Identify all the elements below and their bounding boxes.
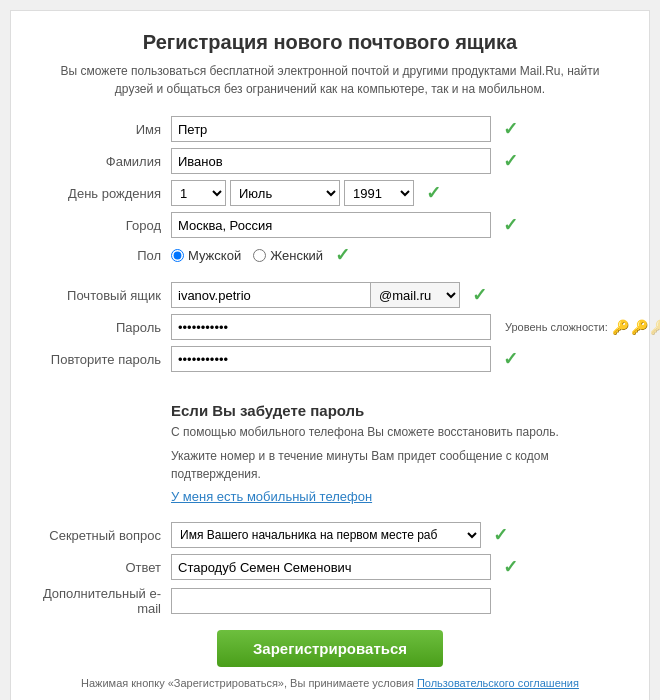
confirm-checkmark: ✓	[503, 348, 518, 370]
recovery-title: Если Вы забудете пароль	[171, 388, 619, 423]
key-icon-3: 🔑	[650, 319, 660, 335]
dob-label: День рождения	[41, 186, 171, 201]
dob-month-select[interactable]: ЯнварьФевральМартАпрель МайИюньИюльАвгус…	[230, 180, 340, 206]
surname-row: Фамилия ✓	[41, 148, 619, 174]
footer-text: Нажимая кнопку «Зарегистрироваться», Вы …	[41, 677, 619, 689]
register-section: Зарегистрироваться Нажимая кнопку «Зарег…	[41, 630, 619, 689]
password-row: Пароль Уровень сложности: 🔑 🔑 🔑	[41, 314, 619, 340]
dob-checkmark: ✓	[426, 182, 441, 204]
email-label: Почтовый ящик	[41, 288, 171, 303]
secret-checkmark: ✓	[493, 524, 508, 546]
dob-row: День рождения 12345 678910 ЯнварьФевраль…	[41, 180, 619, 206]
answer-row: Ответ ✓	[41, 554, 619, 580]
surname-input[interactable]	[171, 148, 491, 174]
city-input[interactable]	[171, 212, 491, 238]
name-label: Имя	[41, 122, 171, 137]
email-control: @mail.ru @inbox.ru @list.ru @bk.ru ✓	[171, 282, 619, 308]
key-icon-2: 🔑	[631, 319, 648, 335]
answer-checkmark: ✓	[503, 556, 518, 578]
dob-control: 12345 678910 ЯнварьФевральМартАпрель Май…	[171, 180, 619, 206]
footer-text-content: Нажимая кнопку «Зарегистрироваться», Вы …	[81, 677, 417, 689]
email-checkmark: ✓	[472, 284, 487, 306]
email-input[interactable]	[171, 282, 371, 308]
complexity-icons: 🔑 🔑 🔑	[612, 319, 660, 335]
gender-female-radio[interactable]	[253, 249, 266, 262]
extra-email-input[interactable]	[171, 588, 491, 614]
answer-control: ✓	[171, 554, 619, 580]
dob-day-select[interactable]: 12345 678910	[171, 180, 226, 206]
dob-year-select[interactable]: 1991199019891992	[344, 180, 414, 206]
gender-female-text: Женский	[270, 248, 323, 263]
confirm-input[interactable]	[171, 346, 491, 372]
surname-control: ✓	[171, 148, 619, 174]
email-row: Почтовый ящик @mail.ru @inbox.ru @list.r…	[41, 282, 619, 308]
gender-male-label[interactable]: Мужской	[171, 248, 241, 263]
spacer3	[41, 504, 619, 514]
secret-control: Имя Вашего начальника на первом месте ра…	[171, 522, 619, 548]
recovery-desc1: С помощью мобильного телефона Вы сможете…	[171, 423, 619, 447]
gender-checkmark: ✓	[335, 244, 350, 266]
confirm-control: ✓	[171, 346, 619, 372]
page-title: Регистрация нового почтового ящика	[41, 31, 619, 54]
recovery-section: Если Вы забудете пароль С помощью мобиль…	[41, 388, 619, 504]
answer-input[interactable]	[171, 554, 491, 580]
gender-radio-group: Мужской Женский	[171, 248, 323, 263]
password-label: Пароль	[41, 320, 171, 335]
gender-row: Пол Мужской Женский ✓	[41, 244, 619, 266]
secret-select[interactable]: Имя Вашего начальника на первом месте ра…	[171, 522, 481, 548]
page-subtitle: Вы сможете пользоваться бесплатной элект…	[41, 62, 619, 98]
extra-email-row: Дополнительный e-mail	[41, 586, 619, 616]
register-button[interactable]: Зарегистрироваться	[217, 630, 443, 667]
confirm-label: Повторите пароль	[41, 352, 171, 367]
spacer2	[41, 378, 619, 388]
gender-label: Пол	[41, 248, 171, 263]
dob-selects: 12345 678910 ЯнварьФевральМартАпрель Май…	[171, 180, 414, 206]
surname-label: Фамилия	[41, 154, 171, 169]
password-control: Уровень сложности: 🔑 🔑 🔑	[171, 314, 660, 340]
key-icon-1: 🔑	[612, 319, 629, 335]
name-row: Имя ✓	[41, 116, 619, 142]
city-control: ✓	[171, 212, 619, 238]
email-input-group: @mail.ru @inbox.ru @list.ru @bk.ru	[171, 282, 460, 308]
page-container: Регистрация нового почтового ящика Вы см…	[10, 10, 650, 700]
gender-male-text: Мужской	[188, 248, 241, 263]
domain-select[interactable]: @mail.ru @inbox.ru @list.ru @bk.ru	[371, 282, 460, 308]
confirm-row: Повторите пароль ✓	[41, 346, 619, 372]
complexity-indicator: Уровень сложности: 🔑 🔑 🔑	[505, 319, 660, 335]
surname-checkmark: ✓	[503, 150, 518, 172]
name-input[interactable]	[171, 116, 491, 142]
secret-row: Секретный вопрос Имя Вашего начальника н…	[41, 522, 619, 548]
recovery-desc2: Укажите номер и в течение минуты Вам при…	[171, 447, 619, 489]
name-control: ✓	[171, 116, 619, 142]
complexity-label: Уровень сложности:	[505, 321, 608, 333]
footer-link[interactable]: Пользовательского соглашения	[417, 677, 579, 689]
city-label: Город	[41, 218, 171, 233]
secret-label: Секретный вопрос	[41, 528, 171, 543]
city-row: Город ✓	[41, 212, 619, 238]
mobile-link[interactable]: У меня есть мобильный телефон	[171, 489, 372, 504]
name-checkmark: ✓	[503, 118, 518, 140]
password-input[interactable]	[171, 314, 491, 340]
extra-email-label: Дополнительный e-mail	[41, 586, 171, 616]
gender-female-label[interactable]: Женский	[253, 248, 323, 263]
extra-email-control	[171, 588, 619, 614]
gender-male-radio[interactable]	[171, 249, 184, 262]
answer-label: Ответ	[41, 560, 171, 575]
gender-control: Мужской Женский ✓	[171, 244, 619, 266]
city-checkmark: ✓	[503, 214, 518, 236]
spacer1	[41, 272, 619, 282]
